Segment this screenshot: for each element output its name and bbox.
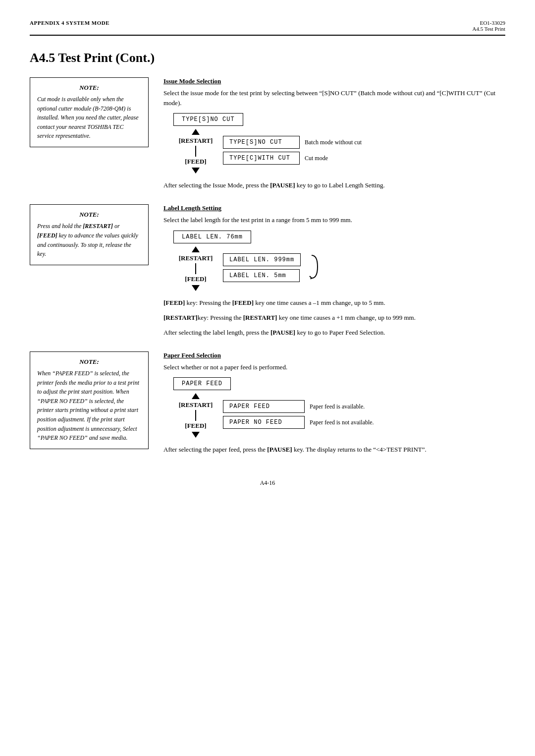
note1-text: Cut mode is available only when the opti…: [37, 95, 141, 141]
issue-mode-block: NOTE: Cut mode is available only when th…: [30, 77, 505, 195]
issue-mode-options: TYPE[S]NO CUT Batch mode without cut TYP…: [223, 136, 362, 165]
label-length-options: LABEL LEN. 999mm LABEL LEN. 5mm: [223, 253, 301, 282]
page-number: A4-16: [260, 479, 275, 486]
label-after: After selecting the label length, press …: [163, 328, 505, 338]
restart-arrow-up: [192, 129, 200, 135]
note3-title: NOTE:: [37, 358, 141, 366]
paper-option1-box: PAPER FEED: [223, 400, 305, 413]
note2-column: NOTE: Press and hold the [RESTART] or [F…: [30, 204, 149, 343]
feed-arrow-down: [192, 168, 200, 174]
feed-arrow-down-ll: [192, 285, 200, 291]
restart-label-ll: [RESTART]: [179, 254, 213, 262]
label-length-heading: Label Length Setting: [163, 204, 505, 212]
issue-mode-after: After selecting the Issue Mode, press th…: [163, 180, 505, 190]
label-option1-box: LABEL LEN. 999mm: [223, 253, 301, 266]
paper-option1-label: Paper feed is available.: [310, 403, 365, 411]
doc-number: EO1-33029: [472, 20, 505, 26]
paper-option1-row: PAPER FEED Paper feed is available.: [223, 400, 374, 413]
restart-arrow-up-ll: [192, 246, 200, 252]
note2-box: NOTE: Press and hold the [RESTART] or [F…: [30, 204, 149, 265]
label-length-content: Label Length Setting Select the label le…: [163, 204, 505, 343]
label-length-diagram: [RESTART] [FEED] LABEL LEN. 999mm LABEL …: [173, 246, 505, 291]
paper-feed-after: After selecting the paper feed, press th…: [163, 445, 505, 455]
note1-title: NOTE:: [37, 84, 141, 92]
issue-option1-row: TYPE[S]NO CUT Batch mode without cut: [223, 136, 362, 149]
cycle-arrow-icon: [305, 254, 319, 281]
note1-column: NOTE: Cut mode is available only when th…: [30, 77, 149, 195]
restart-label: [RESTART]: [179, 137, 213, 145]
note2-title: NOTE:: [37, 211, 141, 219]
note3-column: NOTE: When “PAPER FEED” is selected, the…: [30, 351, 149, 460]
restart-label-pf: [RESTART]: [179, 401, 213, 409]
header-appendix-label: APPENDIX 4 SYSTEM MODE: [30, 20, 109, 26]
header-right: EO1-33029 A4.5 Test Print: [472, 20, 505, 32]
paper-feed-block: NOTE: When “PAPER FEED” is selected, the…: [30, 351, 505, 460]
issue-mode-diagram: [RESTART] [FEED] TYPE[S]NO CUT Batch mod…: [173, 129, 505, 174]
label-length-block: NOTE: Press and hold the [RESTART] or [F…: [30, 204, 505, 343]
paper-feed-body: Select whether or not a paper feed is pe…: [163, 362, 505, 372]
paper-option2-label: Paper feed is not available.: [310, 418, 374, 427]
feed-arrow-down-pf: [192, 432, 200, 438]
feed-label-pf: [FEED]: [185, 422, 206, 430]
issue-option2-box: TYPE[C]WITH CUT: [223, 152, 300, 165]
issue-mode-content: Issue Mode Selection Select the issue mo…: [163, 77, 505, 195]
page: APPENDIX 4 SYSTEM MODE EO1-33029 A4.5 Te…: [0, 0, 535, 756]
issue-lcd-top: TYPE[S]NO CUT: [173, 113, 243, 126]
arrow-vertical-line: [195, 146, 196, 157]
label-restart-desc: [RESTART]key: Pressing the [RESTART] key…: [163, 313, 505, 323]
restart-arrow-up-pf: [192, 393, 200, 399]
paper-lcd-top: PAPER FEED: [173, 377, 231, 390]
paper-option2-box: PAPER NO FEED: [223, 416, 305, 429]
note3-text: When “PAPER FEED” is selected, the print…: [37, 369, 141, 443]
label-option2-row: LABEL LEN. 5mm: [223, 269, 301, 282]
issue-mode-heading: Issue Mode Selection: [163, 77, 505, 85]
arrow-line-ll: [195, 263, 196, 274]
issue-option1-box: TYPE[S]NO CUT: [223, 136, 300, 149]
feed-label-ll: [FEED]: [185, 275, 206, 283]
page-header: APPENDIX 4 SYSTEM MODE EO1-33029 A4.5 Te…: [30, 20, 505, 36]
note1-box: NOTE: Cut mode is available only when th…: [30, 77, 149, 147]
label-lcd-top: LABEL LEN. 76mm: [173, 231, 251, 243]
paper-feed-options: PAPER FEED Paper feed is available. PAPE…: [223, 400, 374, 429]
issue-mode-body: Select the issue mode for the test print…: [163, 88, 505, 108]
label-option2-box: LABEL LEN. 5mm: [223, 269, 300, 282]
label-feed-desc: [FEED] key: Pressing the [FEED] key one …: [163, 298, 505, 308]
feed-label: [FEED]: [185, 158, 206, 166]
note2-text: Press and hold the [RESTART] or [FEED] k…: [37, 222, 141, 258]
note3-box: NOTE: When “PAPER FEED” is selected, the…: [30, 351, 149, 449]
label-option1-row: LABEL LEN. 999mm: [223, 253, 301, 266]
page-footer: A4-16: [30, 479, 505, 487]
paper-feed-heading: Paper Feed Selection: [163, 351, 505, 359]
section-title: A4.5 Test Print (Cont.): [30, 51, 505, 65]
arrow-line-pf: [195, 410, 196, 421]
issue-option2-label: Cut mode: [305, 154, 328, 163]
issue-option2-row: TYPE[C]WITH CUT Cut mode: [223, 152, 362, 165]
label-length-body: Select the label length for the test pri…: [163, 215, 505, 225]
issue-option1-label: Batch mode without cut: [305, 138, 362, 147]
section-reference: A4.5 Test Print: [472, 26, 505, 32]
paper-option2-row: PAPER NO FEED Paper feed is not availabl…: [223, 416, 374, 429]
paper-feed-content: Paper Feed Selection Select whether or n…: [163, 351, 505, 460]
paper-feed-diagram: [RESTART] [FEED] PAPER FEED Paper feed i…: [173, 393, 505, 438]
